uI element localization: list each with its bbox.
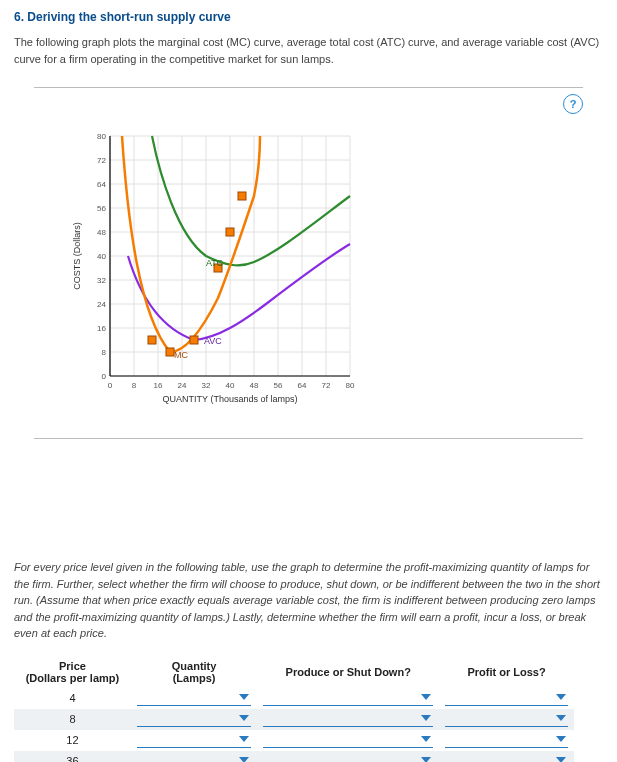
cost-curves-chart: MC ATC AVC 0 8 16 24 32 40 48 56 64 72 8… <box>64 126 394 426</box>
svg-rect-29 <box>238 192 246 200</box>
col-price-header: Price (Dollars per lamp) <box>14 656 131 688</box>
svg-text:40: 40 <box>226 381 235 390</box>
svg-text:56: 56 <box>274 381 283 390</box>
col-produce-header: Produce or Shut Down? <box>257 656 439 688</box>
produce-dropdown[interactable] <box>263 691 433 706</box>
svg-text:56: 56 <box>97 204 106 213</box>
chevron-down-icon <box>239 736 249 742</box>
chevron-down-icon <box>421 694 431 700</box>
svg-text:48: 48 <box>250 381 259 390</box>
svg-text:40: 40 <box>97 252 106 261</box>
mc-curve <box>122 136 260 352</box>
svg-rect-24 <box>148 336 156 344</box>
table-row: 8 <box>14 709 574 730</box>
svg-text:80: 80 <box>97 132 106 141</box>
price-value: 8 <box>14 709 131 730</box>
chevron-down-icon <box>239 757 249 763</box>
produce-dropdown[interactable] <box>263 712 433 727</box>
profit-dropdown[interactable] <box>445 712 568 727</box>
svg-rect-26 <box>190 336 198 344</box>
x-axis-label: QUANTITY (Thousands of lamps) <box>163 394 298 404</box>
chevron-down-icon <box>421 715 431 721</box>
chevron-down-icon <box>556 715 566 721</box>
chevron-down-icon <box>556 736 566 742</box>
table-row: 36 <box>14 751 574 763</box>
svg-rect-28 <box>226 228 234 236</box>
atc-label: ATC <box>206 258 224 268</box>
svg-text:0: 0 <box>102 372 107 381</box>
avc-label: AVC <box>204 336 222 346</box>
svg-text:32: 32 <box>97 276 106 285</box>
avc-curve <box>128 244 350 340</box>
question-title: 6. Deriving the short-run supply curve <box>14 10 603 24</box>
produce-dropdown[interactable] <box>263 754 433 763</box>
profit-dropdown[interactable] <box>445 691 568 706</box>
svg-text:8: 8 <box>102 348 107 357</box>
help-icon[interactable]: ? <box>563 94 583 114</box>
svg-text:72: 72 <box>322 381 331 390</box>
chevron-down-icon <box>421 757 431 763</box>
price-value: 12 <box>14 730 131 751</box>
question-intro: The following graph plots the marginal c… <box>14 34 603 67</box>
price-value: 36 <box>14 751 131 763</box>
table-row: 4 <box>14 688 574 709</box>
profit-dropdown[interactable] <box>445 733 568 748</box>
chevron-down-icon <box>239 694 249 700</box>
quantity-dropdown[interactable] <box>137 754 251 763</box>
svg-text:64: 64 <box>97 180 106 189</box>
chart-container: ? <box>34 87 583 439</box>
price-value: 4 <box>14 688 131 709</box>
svg-text:32: 32 <box>202 381 211 390</box>
svg-text:80: 80 <box>346 381 355 390</box>
profit-dropdown[interactable] <box>445 754 568 763</box>
svg-text:24: 24 <box>97 300 106 309</box>
chevron-down-icon <box>556 694 566 700</box>
chevron-down-icon <box>239 715 249 721</box>
svg-text:16: 16 <box>97 324 106 333</box>
svg-text:8: 8 <box>132 381 137 390</box>
chevron-down-icon <box>421 736 431 742</box>
y-axis-label: COSTS (Dollars) <box>72 222 82 290</box>
svg-text:72: 72 <box>97 156 106 165</box>
table-row: 12 <box>14 730 574 751</box>
col-profit-header: Profit or Loss? <box>439 656 574 688</box>
svg-text:64: 64 <box>298 381 307 390</box>
svg-rect-25 <box>166 348 174 356</box>
answer-table: Price (Dollars per lamp) Quantity (Lamps… <box>14 656 574 763</box>
svg-text:48: 48 <box>97 228 106 237</box>
quantity-dropdown[interactable] <box>137 733 251 748</box>
svg-text:0: 0 <box>108 381 113 390</box>
col-qty-header: Quantity (Lamps) <box>131 656 257 688</box>
svg-text:16: 16 <box>154 381 163 390</box>
mc-label: MC <box>174 350 188 360</box>
chevron-down-icon <box>556 757 566 763</box>
table-prompt: For every price level given in the follo… <box>14 559 603 642</box>
quantity-dropdown[interactable] <box>137 691 251 706</box>
produce-dropdown[interactable] <box>263 733 433 748</box>
quantity-dropdown[interactable] <box>137 712 251 727</box>
svg-text:24: 24 <box>178 381 187 390</box>
